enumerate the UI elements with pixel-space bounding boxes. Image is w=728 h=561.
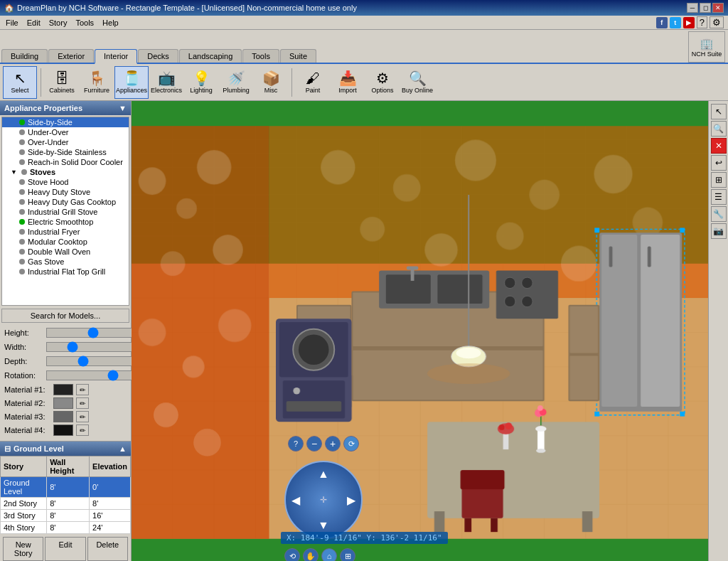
svg-rect-90 [594,228,599,233]
story-row-3rd[interactable]: 3rd Story 8' 16' [1,510,131,522]
youtube-btn[interactable]: ▶ [683,17,695,28]
tab-decks[interactable]: Decks [138,49,178,63]
rt-undo-btn[interactable]: ↩ [711,155,727,171]
rt-zoom-btn[interactable]: 🔍 [711,121,727,137]
nch-suite-btn[interactable]: 🏢 NCH Suite [688,31,725,63]
mat2-edit-btn[interactable]: ✏ [76,397,89,409]
menu-story[interactable]: Story [45,17,72,28]
tab-interior[interactable]: Interior [95,49,137,64]
story-row-4th[interactable]: 4th Story 8' 24' [1,522,131,534]
rt-tools-btn[interactable]: 🔧 [711,206,727,222]
story-row-2nd[interactable]: 2nd Story 8' 8' [1,498,131,510]
tree-item-underover[interactable]: Under-Over [2,127,129,137]
height-slider[interactable] [46,328,139,338]
facebook-btn[interactable]: f [656,17,668,28]
search-models-btn[interactable]: Search for Models... [1,309,129,323]
appliance-collapse-btn[interactable]: ▼ [119,104,127,112]
tree-item-reachin[interactable]: Reach-in Solid Door Cooler [2,157,129,167]
nav-down-arrow[interactable]: ▼ [318,519,329,532]
story-row-ground[interactable]: Ground Level 8' 0' [1,477,131,498]
minimize-btn[interactable]: ─ [687,3,698,13]
toolbar-options[interactable]: ⚙ Options [365,66,400,99]
mat4-edit-btn[interactable]: ✏ [76,424,89,436]
toolbar-import[interactable]: 📥 Import [331,66,365,99]
tree-item-grillstove[interactable]: Industrial Grill Stove [2,207,129,217]
mat4-swatch[interactable] [53,424,73,436]
menu-help[interactable]: Help [98,17,123,28]
tree-item-heavystove[interactable]: Heavy Duty Stove [2,187,129,197]
close-btn[interactable]: ✕ [712,3,724,13]
tab-suite[interactable]: Suite [280,49,316,63]
toolbar-plumbing[interactable]: 🚿 Plumbing [219,66,253,99]
svg-rect-92 [680,412,685,417]
tree-item-doubleoven[interactable]: Double Wall Oven [2,247,129,257]
mat1-edit-btn[interactable]: ✏ [76,384,89,395]
menu-edit[interactable]: Edit [23,17,45,28]
nav-fit-btn[interactable]: ⊞ [340,548,355,561]
rt-layers-btn[interactable]: ☰ [711,189,727,205]
rt-camera-btn[interactable]: 📷 [711,223,727,239]
nav-question-btn[interactable]: ? [288,436,304,452]
nav-home-btn[interactable]: ⌂ [321,548,337,561]
nav-plus-btn[interactable]: + [325,436,341,452]
tree-item-sidebyside[interactable]: Side-by-Side [2,117,129,127]
nav-center[interactable]: ✛ [320,495,327,505]
toolbar-select[interactable]: ↖ Select [3,66,37,99]
tree-item-sidebyside-stainless[interactable]: Side-by-Side Stainless [2,147,129,157]
toolbar-lighting[interactable]: 💡 Lighting [184,66,218,99]
tree-item-overunder[interactable]: Over-Under [2,137,129,147]
nav-orbit-btn[interactable]: ⟲ [284,548,300,561]
toolbar-misc[interactable]: 📦 Misc [254,66,288,99]
rt-grid-btn[interactable]: ⊞ [711,172,727,188]
help-icon-btn[interactable]: ? [697,16,707,28]
toolbar-furniture[interactable]: 🪑 Furniture [80,66,114,99]
toolbar-electronics[interactable]: 📺 Electronics [149,66,183,99]
nav-pan-btn[interactable]: ✋ [303,548,318,561]
delete-story-btn[interactable]: Delete [87,537,128,561]
toolbar-buy-online[interactable]: 🔍 Buy Online [400,66,434,99]
depth-slider[interactable] [46,356,139,366]
width-slider[interactable] [46,342,139,352]
menu-tools[interactable]: Tools [71,17,98,28]
settings-btn[interactable]: ⚙ [710,16,724,28]
rt-cursor-btn[interactable]: ↖ [711,104,727,119]
tree-item-gasstove[interactable]: Gas Stove [2,257,129,267]
tree-item-gasCooktop[interactable]: Heavy Duty Gas Cooktop [2,197,129,207]
restore-btn[interactable]: ◻ [700,3,711,13]
tab-exterior[interactable]: Exterior [48,49,94,63]
mat2-swatch[interactable] [53,397,73,409]
tab-landscaping[interactable]: Landscaping [179,49,242,63]
nav-circle[interactable]: ▲ ▼ ◀ ▶ ✛ [284,461,363,539]
toolbar-cabinets[interactable]: 🗄 Cabinets [45,66,79,99]
tree-item-modular[interactable]: Modular Cooktop [2,237,129,247]
tab-tools[interactable]: Tools [242,49,279,63]
edit-story-btn[interactable]: Edit [45,537,85,561]
toolbar-paint[interactable]: 🖌 Paint [296,66,330,99]
nav-rotate-btn[interactable]: ⟳ [343,436,359,452]
ground-expand-btn[interactable]: ▲ [119,444,127,453]
nav-left-arrow[interactable]: ◀ [291,493,300,507]
nav-up-arrow[interactable]: ▲ [318,468,329,481]
nav-minus-btn[interactable]: − [306,436,322,452]
mat1-swatch[interactable] [53,384,73,395]
rotation-slider[interactable] [46,370,139,380]
tree-item-stoves[interactable]: ▼ Stoves [2,167,129,177]
tree-item-electrico[interactable]: Electric Smoothtop [2,217,129,227]
appliance-tree[interactable]: Side-by-Side Under-Over Over-Under Side-… [1,117,129,306]
tab-building[interactable]: Building [1,49,48,63]
tree-item-stovehood[interactable]: Stove Hood [2,177,129,187]
title-bar-controls[interactable]: ─ ◻ ✕ [687,3,724,13]
3d-viewport[interactable]: ? − + ⟳ ▲ ▼ ◀ ▶ ✛ ⟲ ✋ ⌂ ⊞ X: 184'-9 11/1… [132,101,708,561]
nav-right-arrow[interactable]: ▶ [347,493,355,507]
rt-close-btn[interactable]: ✕ [711,138,727,154]
story-elev-3rd: 16' [90,510,131,522]
new-story-btn[interactable]: New Story [3,537,43,561]
mat3-edit-btn[interactable]: ✏ [76,411,89,422]
mat3-swatch[interactable] [53,411,73,422]
tree-item-fryer[interactable]: Industrial Fryer [2,227,129,237]
toolbar-appliances[interactable]: 🫙 Appliances [114,66,149,99]
menu-file[interactable]: File [1,17,23,28]
svg-point-84 [505,296,515,306]
tree-item-flattopgrill[interactable]: Industrial Flat Top Grill [2,267,129,277]
twitter-btn[interactable]: t [670,17,681,28]
